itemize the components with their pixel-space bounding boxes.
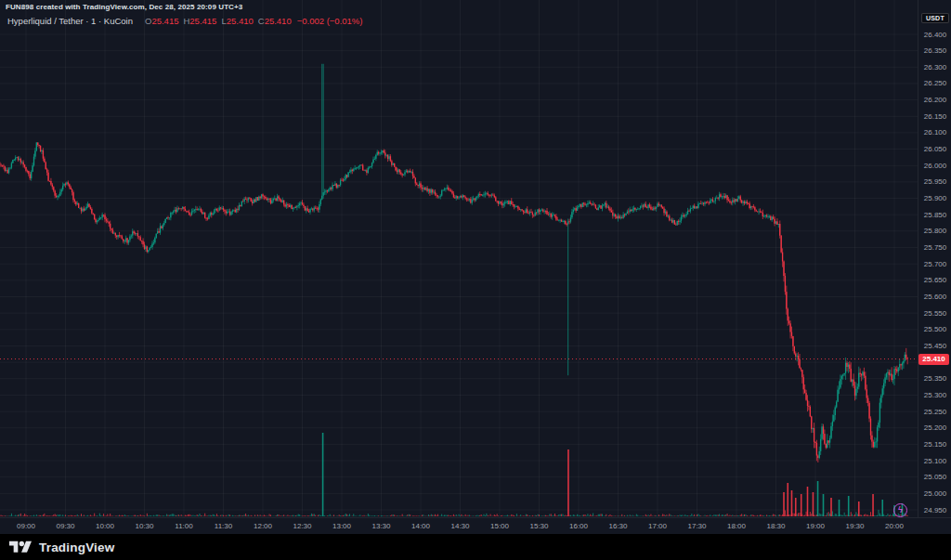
time-tick-label: 13:00 xyxy=(326,522,358,530)
price-tick-label: 25.050 xyxy=(918,473,951,481)
price-tick-label: 25.450 xyxy=(918,342,951,350)
time-tick-label: 18:00 xyxy=(721,522,752,530)
price-tick-label: 26.300 xyxy=(918,63,951,72)
time-tick-label: 15:30 xyxy=(524,522,555,530)
time-tick-label: 12:30 xyxy=(287,522,319,530)
symbol-legend: Hyperliquid / Tether · 1 · KuCoinO25.415… xyxy=(7,16,362,26)
time-axis[interactable]: 09:0009:3010:0010:3011:0011:3012:0012:30… xyxy=(0,517,951,535)
time-tick-label: 11:00 xyxy=(168,522,200,530)
price-tick-label: 25.950 xyxy=(918,177,951,186)
time-tick-label: 15:00 xyxy=(484,522,515,530)
symbol-title[interactable]: Hyperliquid / Tether · 1 · KuCoin xyxy=(7,16,133,26)
time-tick-label: 10:00 xyxy=(89,522,121,530)
ohlc-high-value: 25.415 xyxy=(189,16,216,26)
price-tick-label: 26.100 xyxy=(918,128,951,137)
candlestick-chart[interactable] xyxy=(0,0,951,517)
snapshot-attribution: FUN898 created with TradingView.com, Dec… xyxy=(6,3,242,11)
price-tick-label: 25.100 xyxy=(918,457,951,465)
time-tick-label: 11:30 xyxy=(208,522,240,530)
tradingview-brand-text[interactable]: TradingView xyxy=(39,540,114,554)
tradingview-chart-snapshot: FUN898 created with TradingView.com, Dec… xyxy=(0,0,951,560)
price-tick-label: 25.350 xyxy=(918,374,951,383)
price-tick-label: 26.050 xyxy=(918,145,951,153)
time-tick-label: 12:00 xyxy=(247,522,279,530)
price-tick-label: 25.900 xyxy=(918,194,951,202)
time-tick-label: 19:00 xyxy=(800,522,831,530)
price-tick-label: 25.600 xyxy=(918,293,951,301)
footer-bar: TradingView xyxy=(0,534,951,560)
price-axis[interactable]: 26.40026.35026.30026.25026.20026.15026.1… xyxy=(918,0,951,517)
price-tick-label: 24.950 xyxy=(918,506,951,514)
price-tick-label: 25.650 xyxy=(918,276,951,284)
time-tick-label: 13:30 xyxy=(366,522,397,530)
time-tick-label: 17:30 xyxy=(682,522,713,530)
time-tick-label: 17:00 xyxy=(642,522,673,530)
time-tick-label: 14:00 xyxy=(405,522,436,530)
last-price-label: 25.410 xyxy=(918,354,949,365)
price-tick-label: 26.350 xyxy=(918,46,951,55)
price-tick-label: 25.250 xyxy=(918,408,951,416)
price-tick-label: 25.300 xyxy=(918,391,951,399)
quote-currency-badge: USDT xyxy=(921,13,949,23)
price-tick-label: 25.550 xyxy=(918,309,951,318)
ohlc-close-value: 25.410 xyxy=(265,16,292,26)
price-tick-label: 25.200 xyxy=(918,423,951,432)
price-tick-label: 25.150 xyxy=(918,440,951,449)
time-tick-label: 14:30 xyxy=(445,522,476,530)
price-tick-label: 26.250 xyxy=(918,79,951,87)
time-tick-label: 20:00 xyxy=(879,522,910,530)
tradingview-logo-icon[interactable] xyxy=(9,539,32,556)
price-tick-label: 25.750 xyxy=(918,243,951,252)
price-tick-label: 26.200 xyxy=(918,96,951,104)
price-tick-label: 26.400 xyxy=(918,31,951,39)
ohlc-open-value: 25.415 xyxy=(151,16,178,26)
price-tick-label: 25.000 xyxy=(918,489,951,498)
time-tick-label: 16:30 xyxy=(603,522,634,530)
time-tick-label: 16:00 xyxy=(563,522,594,530)
lightning-event-icon[interactable]: ϟ xyxy=(893,503,907,517)
price-tick-label: 25.700 xyxy=(918,260,951,268)
time-tick-label: 09:00 xyxy=(10,522,42,530)
time-tick-label: 10:30 xyxy=(129,522,161,530)
ohlc-low-value: 25.410 xyxy=(227,16,254,26)
ohlc-change-value: −0.002 (−0.01%) xyxy=(297,16,363,26)
price-tick-label: 25.500 xyxy=(918,325,951,333)
time-tick-label: 18:30 xyxy=(761,522,792,530)
ohlc-close-label: C xyxy=(258,16,265,26)
time-tick-label: 09:30 xyxy=(50,522,82,530)
price-tick-label: 26.150 xyxy=(918,112,951,121)
price-tick-label: 26.000 xyxy=(918,162,951,170)
price-tick-label: 25.850 xyxy=(918,211,951,219)
time-tick-label: 19:30 xyxy=(840,522,871,530)
price-tick-label: 25.800 xyxy=(918,227,951,235)
